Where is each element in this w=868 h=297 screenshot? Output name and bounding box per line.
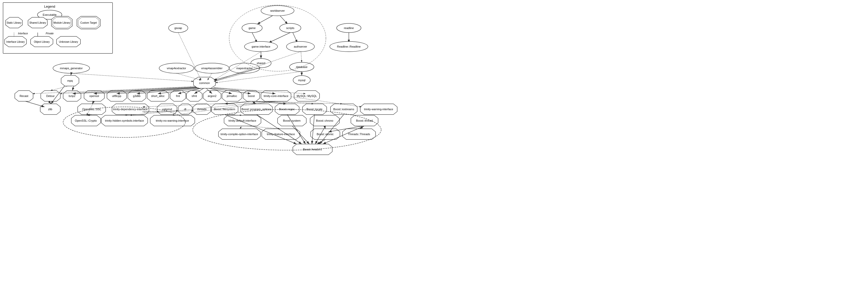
node-gsoap: gsoap	[175, 27, 182, 30]
node-boost-iostreams: Boost::iostreams	[333, 108, 354, 111]
svg-line-103	[49, 101, 51, 104]
node-mysql-mysql: MySQL::MySQL	[297, 94, 317, 97]
node-utf8cpp: utf8cpp	[112, 94, 121, 97]
legend-interface-lib: Interface Library	[6, 40, 25, 43]
node-openssl: openssl	[89, 94, 99, 97]
node-argon2: argon2	[208, 94, 216, 97]
svg-line-117	[256, 101, 314, 104]
node-readline: readline	[344, 27, 354, 30]
node-vmap4assembler: vmap4assembler	[201, 67, 222, 70]
node-worldserver: worldserver	[270, 9, 285, 12]
legend-shared-lib: Shared Library	[29, 21, 46, 24]
node-bzip2: bzip2	[69, 94, 75, 97]
node-common: common	[199, 81, 210, 85]
legend-static-lib: Static Library	[7, 21, 21, 24]
node-valgrind: valgrind	[162, 108, 172, 111]
svg-line-136	[51, 86, 68, 91]
legend-object-lib: Object Library	[34, 40, 50, 43]
svg-line-19	[280, 16, 288, 24]
node-trinity-no-warning-interface: trinity-no-warning-interface	[156, 119, 189, 122]
node-short-alloc: short_alloc	[151, 94, 165, 97]
node-sfmt: sfmt	[192, 94, 197, 97]
node-trinity-feature-interface: trinity-feature-interface	[267, 133, 295, 136]
svg-line-44	[71, 73, 193, 81]
node-boost-program-options: Boost::program_options	[242, 108, 272, 111]
node-boost-thread: Boost::thread	[356, 119, 373, 122]
svg-line-50	[71, 73, 71, 75]
legend-private-label: Private	[45, 32, 54, 35]
svg-line-41	[177, 73, 201, 80]
node-boost-chrono: Boost::chrono	[316, 119, 333, 122]
node-boost-atomic: Boost::atomic	[317, 133, 334, 136]
node-trinity-dependency-interface: trinity-dependency-interface	[113, 108, 148, 111]
node-trinity-compile-option-interface: trinity-compile-option-interface	[220, 133, 258, 136]
svg-line-23	[269, 33, 290, 43]
legend-interface-label: Interface	[18, 32, 28, 35]
node-recast: Recast	[20, 94, 28, 97]
legend-executable: Executable	[43, 13, 57, 16]
node-vmap4extractor: vmap4extractor	[167, 67, 186, 70]
svg-line-104	[26, 101, 44, 107]
node-mpq: mpq	[67, 79, 72, 82]
node-dl: dl	[184, 108, 186, 111]
node-mapextractor: mapextractor	[236, 67, 253, 70]
legend-title: Legend	[44, 5, 55, 8]
legend-unknown-lib: Unknown Library	[59, 40, 78, 43]
svg-line-18	[257, 16, 273, 24]
node-readline-readline: Readline::Readline	[337, 45, 361, 48]
node-trinity-hidden-symbols: trinity-hidden-symbols-interface	[105, 119, 144, 122]
svg-line-143	[301, 52, 302, 62]
legend-module-lib: Module Library	[54, 21, 70, 24]
node-trinity-warning-interface: trinity-warning-interface	[364, 108, 393, 111]
legend-custom-target: Custom Target	[81, 21, 97, 24]
node-zlib: zlib	[48, 108, 53, 111]
node-fmt: fmt	[176, 94, 180, 97]
node-authserver: authserver	[294, 45, 307, 48]
node-scripts: scripts	[286, 27, 294, 30]
node-mmaps-generator: mmaps_generator	[60, 67, 83, 70]
svg-line-24	[293, 33, 298, 43]
node-g3dlib: g3dlib	[133, 94, 140, 97]
node-boost-regex: Boost::regex	[279, 108, 295, 111]
node-game: game	[249, 27, 256, 30]
node-mysql: mysql	[298, 79, 306, 82]
svg-line-22	[252, 33, 257, 43]
node-jemalloc: jemalloc	[227, 94, 237, 97]
node-detour: Detour	[46, 94, 55, 97]
node-trinity-core-interface: trinity-core-interface	[264, 94, 288, 97]
node-boost-filesystem: Boost::filesystem	[214, 108, 235, 111]
node-game-interface: game-interface	[252, 45, 270, 48]
dependency-graph: Legend Executable Static Library Shared …	[0, 0, 868, 297]
node-boost: boost	[248, 94, 255, 97]
svg-line-122	[240, 126, 242, 129]
node-openssl-crypto: OpenSSL::Crypto	[75, 119, 97, 122]
svg-line-137	[72, 86, 74, 91]
node-threads-threads: Threads::Threads	[348, 133, 370, 136]
